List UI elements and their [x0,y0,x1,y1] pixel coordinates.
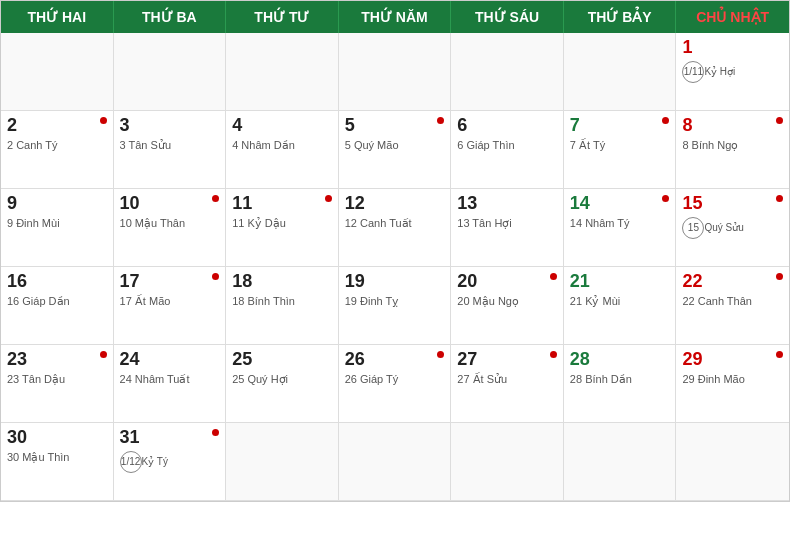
header-day-3: THỨ NĂM [339,1,452,33]
day-cell[interactable]: 1717 Ất Mão [114,267,227,345]
day-cell[interactable]: 22 Canh Tý [1,111,114,189]
day-cell[interactable]: 2222 Canh Thân [676,267,789,345]
day-cell[interactable]: 1212 Canh Tuất [339,189,452,267]
day-number: 21 [570,271,670,293]
day-number: 9 [7,193,107,215]
day-cell[interactable]: 1818 Bính Thìn [226,267,339,345]
day-cell[interactable] [226,33,339,111]
header-day-1: THỨ BA [114,1,227,33]
day-number: 31 [120,427,220,449]
day-cell[interactable] [564,423,677,501]
day-cell[interactable] [226,423,339,501]
day-cell[interactable]: 2828 Bính Dần [564,345,677,423]
lunar-date: 4 Nhâm Dần [232,139,332,152]
header-day-6: CHỦ NHẬT [676,1,789,33]
lunar-date: 23 Tân Dậu [7,373,107,386]
lunar-date: 20 Mậu Ngọ [457,295,557,308]
header-day-0: THỨ HAI [1,1,114,33]
day-cell[interactable]: 1919 Đinh Tỵ [339,267,452,345]
day-cell[interactable] [114,33,227,111]
lunar-date: 16 Giáp Dần [7,295,107,308]
event-dot [550,351,557,358]
day-cell[interactable] [451,33,564,111]
header-day-4: THỨ SÁU [451,1,564,33]
lunar-date: 17 Ất Mão [120,295,220,308]
lunar-date: 25 Quý Hợi [232,373,332,386]
day-number: 8 [682,115,783,137]
lunar-date: 28 Bính Dần [570,373,670,386]
day-cell[interactable]: 2727 Ất Sửu [451,345,564,423]
lunar-text: Kỷ Hợi [704,66,735,77]
day-cell[interactable] [676,423,789,501]
lunar-date: 2 Canh Tý [7,139,107,151]
day-cell[interactable]: 2424 Nhâm Tuất [114,345,227,423]
day-number: 16 [7,271,107,293]
header-day-5: THỨ BẢY [564,1,677,33]
day-number: 17 [120,271,220,293]
day-number: 1 [682,37,783,59]
day-cell[interactable]: 1515Quý Sửu [676,189,789,267]
header-day-2: THỨ TƯ [226,1,339,33]
day-number: 2 [7,115,107,137]
day-number: 29 [682,349,783,371]
lunar-date: 26 Giáp Tý [345,373,445,385]
day-number: 20 [457,271,557,293]
day-number: 10 [120,193,220,215]
day-cell[interactable]: 2929 Đinh Mão [676,345,789,423]
day-number: 4 [232,115,332,137]
day-cell[interactable]: 77 Ất Tý [564,111,677,189]
day-cell[interactable]: 2626 Giáp Tý [339,345,452,423]
day-cell[interactable]: 55 Quý Mão [339,111,452,189]
event-dot [100,351,107,358]
lunar-date: 14 Nhâm Tý [570,217,670,229]
day-number: 7 [570,115,670,137]
lunar-date: 19 Đinh Tỵ [345,295,445,308]
day-cell[interactable]: 311/12Kỷ Tý [114,423,227,501]
day-cell[interactable] [1,33,114,111]
day-cell[interactable]: 2525 Quý Hợi [226,345,339,423]
event-dot [776,195,783,202]
event-dot [100,117,107,124]
calendar-body: 11/11Kỷ Hợi22 Canh Tý33 Tân Sửu44 Nhâm D… [1,33,789,501]
day-number: 19 [345,271,445,293]
lunar-date: 30 Mậu Thìn [7,451,107,464]
day-cell[interactable]: 44 Nhâm Dần [226,111,339,189]
day-number: 14 [570,193,670,215]
day-cell[interactable]: 2121 Kỷ Mùi [564,267,677,345]
lunar-circle: 1/11Kỷ Hợi [682,59,783,83]
day-cell[interactable] [339,33,452,111]
day-number: 12 [345,193,445,215]
day-number: 23 [7,349,107,371]
day-number: 27 [457,349,557,371]
day-cell[interactable]: 1616 Giáp Dần [1,267,114,345]
event-dot [325,195,332,202]
day-cell[interactable]: 3030 Mậu Thìn [1,423,114,501]
lunar-date: 9 Đinh Mùi [7,217,107,229]
day-cell[interactable]: 1010 Mậu Thân [114,189,227,267]
lunar-date: 22 Canh Thân [682,295,783,307]
day-cell[interactable] [451,423,564,501]
day-number: 28 [570,349,670,371]
day-cell[interactable] [339,423,452,501]
day-cell[interactable]: 2020 Mậu Ngọ [451,267,564,345]
day-number: 11 [232,193,332,215]
day-cell[interactable]: 88 Bính Ngọ [676,111,789,189]
day-cell[interactable]: 66 Giáp Thìn [451,111,564,189]
day-cell[interactable]: 11/11Kỷ Hợi [676,33,789,111]
day-cell[interactable] [564,33,677,111]
day-number: 3 [120,115,220,137]
day-cell[interactable]: 1313 Tân Hợi [451,189,564,267]
lunar-date: 21 Kỷ Mùi [570,295,670,308]
event-dot [550,273,557,280]
calendar: THỨ HAITHỨ BATHỨ TƯTHỨ NĂMTHỨ SÁUTHỨ BẢY… [0,0,790,502]
day-number: 25 [232,349,332,371]
day-number: 30 [7,427,107,449]
day-cell[interactable]: 33 Tân Sửu [114,111,227,189]
lunar-circle: 15Quý Sửu [682,215,783,239]
lunar-date: 5 Quý Mão [345,139,445,151]
day-cell[interactable]: 1111 Kỷ Dậu [226,189,339,267]
day-cell[interactable]: 2323 Tân Dậu [1,345,114,423]
lunar-date: 10 Mậu Thân [120,217,220,230]
day-cell[interactable]: 1414 Nhâm Tý [564,189,677,267]
day-cell[interactable]: 99 Đinh Mùi [1,189,114,267]
